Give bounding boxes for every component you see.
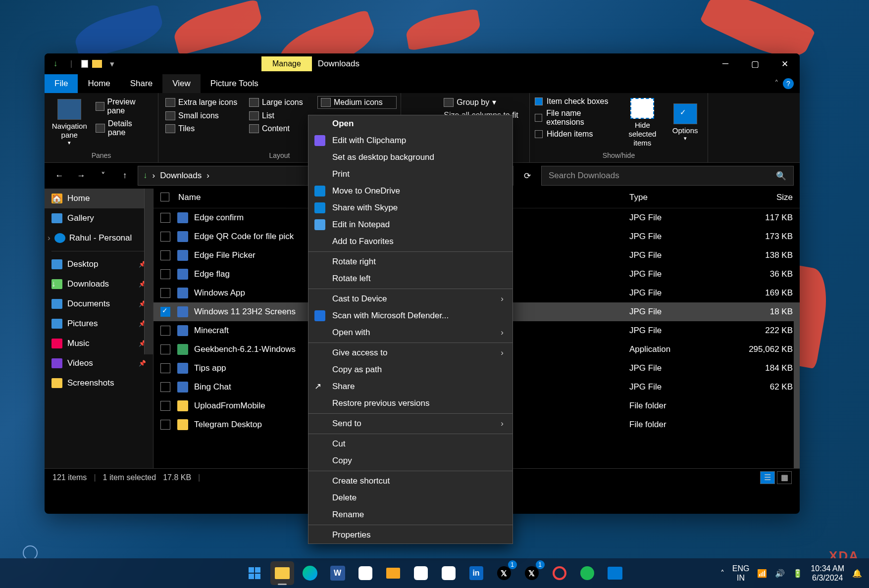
sidebar-item-videos[interactable]: Videos📌 xyxy=(45,353,153,373)
menu-item[interactable]: Give access to› xyxy=(308,344,512,361)
clock[interactable]: 10:34 AM6/3/2024 xyxy=(811,564,844,583)
layout-list[interactable]: List xyxy=(246,110,315,122)
menu-item[interactable]: Copy as path xyxy=(308,361,512,378)
sidebar-item-screenshots[interactable]: Screenshots xyxy=(45,373,153,393)
sidebar-item-pictures[interactable]: Pictures📌 xyxy=(45,314,153,334)
menu-item[interactable]: Restore previous versions xyxy=(308,395,512,412)
thumbnails-view-toggle[interactable]: ▦ xyxy=(777,471,792,484)
app-x-1[interactable]: 𝕏1 xyxy=(492,561,516,585)
row-checkbox[interactable] xyxy=(160,250,170,260)
layout-xl[interactable]: Extra large icons xyxy=(162,96,244,109)
menu-item[interactable]: Scan with Microsoft Defender... xyxy=(308,307,512,324)
app-file-explorer[interactable] xyxy=(270,561,294,585)
app-word[interactable]: W xyxy=(326,561,350,585)
col-type[interactable]: Type xyxy=(629,193,728,204)
app-opera[interactable] xyxy=(548,561,571,585)
menu-item[interactable]: Move to OneDrive xyxy=(308,183,512,199)
sidebar-home[interactable]: 🏠Home xyxy=(45,189,153,208)
list-scrollbar[interactable] xyxy=(794,312,800,468)
app-asana[interactable] xyxy=(437,561,460,585)
app-clickup[interactable] xyxy=(409,561,433,585)
menu-item[interactable]: Copy xyxy=(308,452,512,469)
tab-view[interactable]: View xyxy=(162,74,201,93)
menu-item[interactable]: ↗Share xyxy=(308,378,512,395)
layout-large[interactable]: Large icons xyxy=(246,96,315,109)
menu-item[interactable]: Rotate right xyxy=(308,253,512,270)
menu-item[interactable]: Delete xyxy=(308,490,512,506)
menu-item[interactable]: Properties xyxy=(308,527,512,543)
collapse-ribbon-icon[interactable]: ˄ xyxy=(774,79,779,89)
row-checkbox[interactable] xyxy=(160,269,170,279)
app-linkedin[interactable]: in xyxy=(464,561,488,585)
new-folder-icon[interactable] xyxy=(92,60,102,68)
menu-item[interactable]: Cut xyxy=(308,436,512,452)
row-checkbox[interactable] xyxy=(160,401,170,411)
sidebar-gallery[interactable]: Gallery xyxy=(45,208,153,228)
group-by-button[interactable]: Group by ▾ xyxy=(441,96,521,108)
recent-dropdown[interactable]: ˅ xyxy=(94,167,112,185)
notifications-icon[interactable]: 🔔 xyxy=(852,569,862,578)
chk-file-ext[interactable]: File name extensions xyxy=(535,108,617,128)
up-button[interactable]: ↑ xyxy=(116,167,134,185)
breadcrumb-downloads[interactable]: Downloads xyxy=(160,171,202,181)
row-checkbox[interactable] xyxy=(160,363,170,373)
col-size[interactable]: Size xyxy=(728,193,793,204)
app-slack[interactable] xyxy=(354,561,377,585)
maximize-button[interactable]: ▢ xyxy=(740,53,770,74)
menu-item[interactable]: Print xyxy=(308,166,512,183)
menu-item[interactable]: Edit with Clipchamp xyxy=(308,132,512,149)
sidebar-item-music[interactable]: Music📌 xyxy=(45,334,153,353)
manage-tab[interactable]: Manage xyxy=(261,56,312,71)
menu-item[interactable]: Send to› xyxy=(308,415,512,432)
app-outlook[interactable] xyxy=(603,561,627,585)
search-icon[interactable]: 🔍 xyxy=(776,171,786,181)
details-view-toggle[interactable]: ☰ xyxy=(760,471,775,484)
tray-chevron-icon[interactable]: ˄ xyxy=(720,569,724,578)
navigation-pane-button[interactable]: Navigation pane▾ xyxy=(50,96,90,149)
row-checkbox[interactable] xyxy=(160,344,170,354)
tab-picture-tools[interactable]: Picture Tools xyxy=(201,74,268,93)
properties-icon[interactable] xyxy=(81,60,88,68)
menu-item[interactable]: Rename xyxy=(308,506,512,523)
layout-medium[interactable]: Medium icons xyxy=(317,96,397,109)
sidebar-item-documents[interactable]: Documents📌 xyxy=(45,294,153,314)
sidebar-scrollbar[interactable] xyxy=(144,189,153,354)
tab-file[interactable]: File xyxy=(45,74,78,93)
search-box[interactable]: Search Downloads 🔍 xyxy=(541,166,794,186)
menu-item[interactable]: Open with› xyxy=(308,324,512,341)
qat-dropdown-icon[interactable]: ▾ xyxy=(106,58,118,70)
minimize-button[interactable]: ─ xyxy=(711,53,740,74)
menu-item[interactable]: Set as desktop background xyxy=(308,149,512,166)
forward-button[interactable]: → xyxy=(72,167,90,185)
tab-share[interactable]: Share xyxy=(120,74,162,93)
app-edge[interactable] xyxy=(298,561,322,585)
row-checkbox[interactable] xyxy=(160,288,170,298)
preview-pane-button[interactable]: Preview pane xyxy=(93,96,153,117)
select-all-checkbox[interactable] xyxy=(160,193,169,201)
back-button[interactable]: ← xyxy=(51,167,68,185)
app-x-2[interactable]: 𝕏1 xyxy=(520,561,544,585)
menu-item[interactable]: Rotate left xyxy=(308,270,512,287)
menu-item[interactable]: Share with Skype xyxy=(308,199,512,216)
sidebar-item-desktop[interactable]: Desktop📌 xyxy=(45,254,153,274)
menu-item[interactable]: Create shortcut xyxy=(308,473,512,490)
volume-icon[interactable]: 🔊 xyxy=(775,569,785,578)
menu-item[interactable]: Cast to Device› xyxy=(308,291,512,307)
menu-item[interactable]: Edit in Notepad xyxy=(308,216,512,233)
app-files[interactable] xyxy=(381,561,405,585)
row-checkbox[interactable] xyxy=(160,420,170,430)
row-checkbox[interactable] xyxy=(160,382,170,392)
menu-item[interactable]: Add to Favorites xyxy=(308,233,512,250)
chk-hidden-items[interactable]: Hidden items xyxy=(535,129,617,140)
battery-icon[interactable]: 🔋 xyxy=(793,569,803,578)
help-icon[interactable]: ? xyxy=(783,78,794,89)
row-checkbox[interactable] xyxy=(160,307,170,317)
options-button[interactable]: ✓Options▾ xyxy=(667,96,703,149)
refresh-button[interactable]: ⟳ xyxy=(517,166,537,186)
row-checkbox[interactable] xyxy=(160,213,170,223)
tab-home[interactable]: Home xyxy=(78,74,120,93)
language-indicator[interactable]: ENGIN xyxy=(732,564,750,583)
chk-item-checkboxes[interactable]: Item check boxes xyxy=(535,96,617,107)
row-checkbox[interactable] xyxy=(160,232,170,242)
close-button[interactable]: ✕ xyxy=(770,53,800,74)
